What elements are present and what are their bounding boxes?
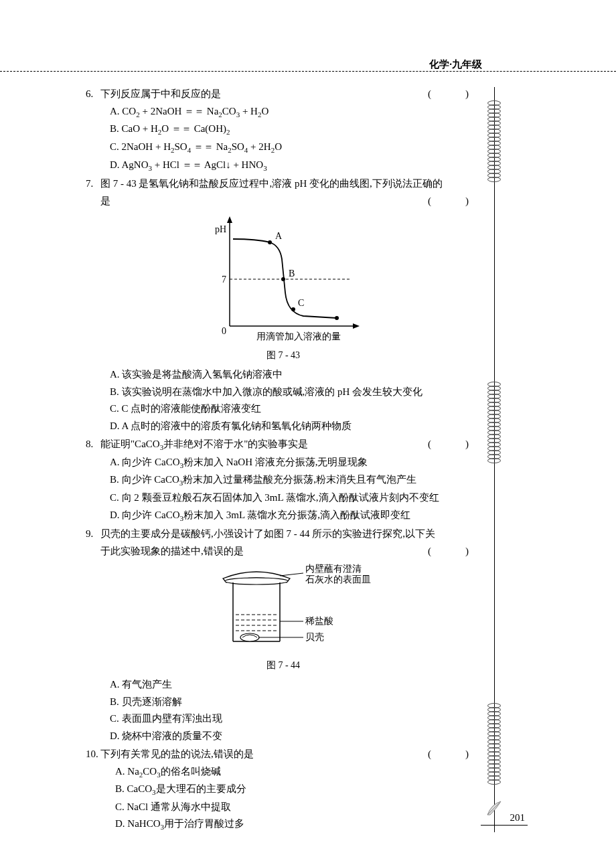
q7-option-c: C. C 点时的溶液能使酚酞溶液变红 (110, 400, 481, 418)
figure-7-44: 内壁蘸有澄清 石灰水的表面皿 稀盐酸 贝壳 (86, 562, 481, 656)
y-axis-label: pH (215, 224, 226, 234)
feather-icon (485, 799, 505, 817)
svg-marker-1 (227, 216, 232, 223)
q6-options: A. CO2 + 2NaOH ＝＝ Na2CO3 + H2O B. CaO + … (86, 103, 481, 175)
q9-number: 9. (86, 526, 93, 543)
subject-grade: 化学·九年级 (429, 59, 482, 70)
shell-label: 贝壳 (305, 632, 324, 642)
q6-option-a: A. CO2 + 2NaOH ＝＝ Na2CO3 + H2O (110, 103, 481, 121)
origin-label: 0 (222, 326, 226, 336)
x-axis-label: 用滴管加入溶液的量 (256, 331, 341, 341)
dish-label-2: 石灰水的表面皿 (305, 574, 371, 584)
svg-point-6 (281, 277, 285, 281)
q10-answer-blank[interactable]: ( ) (428, 746, 481, 763)
q9-answer-blank[interactable]: ( ) (428, 543, 481, 560)
coil-group-1 (485, 100, 505, 181)
q7-answer-blank[interactable]: ( ) (428, 193, 481, 210)
q6-answer-blank[interactable]: ( ) (428, 86, 481, 103)
figure-7-43-caption: 图 7 - 43 (86, 347, 481, 364)
q6-option-b: B. CaO + H2O ＝＝ Ca(OH)2 (110, 121, 481, 139)
q9-stem-line1: 9. 贝壳的主要成分是碳酸钙,小强设计了如图 7 - 44 所示的实验进行探究,… (86, 526, 481, 543)
svg-line-18 (280, 573, 303, 576)
page-number-badge: 201 (481, 799, 528, 826)
coil-group-3 (485, 703, 505, 783)
question-7: 7. 图 7 - 43 是氢氧化钠和盐酸反应过程中,溶液 pH 变化的曲线图,下… (86, 175, 481, 435)
acid-label: 稀盐酸 (305, 616, 333, 626)
q6-stem: 6. 下列反应属于中和反应的是 ( ) (86, 86, 481, 103)
ph-curve-chart: pH 7 0 A B C 用滴管加入溶液的量 (196, 212, 370, 346)
q8-option-a: A. 向少许 CaCO3粉末加入 NaOH 溶液充分振荡,无明显现象 (110, 454, 481, 472)
point-a-label: A (275, 231, 283, 241)
question-9: 9. 贝壳的主要成分是碳酸钙,小强设计了如图 7 - 44 所示的实验进行探究,… (86, 526, 481, 745)
beaker-diagram: 内壁蘸有澄清 石灰水的表面皿 稀盐酸 贝壳 (186, 562, 380, 656)
figure-7-44-caption: 图 7 - 44 (86, 657, 481, 674)
q9-options: A. 有气泡产生 B. 贝壳逐渐溶解 C. 表面皿内壁有浑浊出现 D. 烧杯中溶… (86, 676, 481, 745)
q9-option-c: C. 表面皿内壁有浑浊出现 (110, 710, 481, 728)
q10-option-b: B. CaCO3是大理石的主要成分 (115, 781, 481, 799)
q7-text1: 图 7 - 43 是氢氧化钠和盐酸反应过程中,溶液 pH 变化的曲线图,下列说法… (100, 178, 443, 189)
q8-option-d: D. 向少许 CaCO3粉末加入 3mL 蒸馏水充分振荡,滴入酚酞试液即变红 (110, 507, 481, 525)
svg-point-9 (225, 578, 288, 584)
spiral-binding-decoration (485, 87, 505, 832)
q8-number: 8. (86, 436, 93, 453)
y-tick-7: 7 (222, 275, 226, 285)
q9-option-d: D. 烧杯中溶液的质量不变 (110, 728, 481, 745)
q10-text: 下列有关常见的盐的说法,错误的是 (100, 749, 254, 759)
q8-option-b: B. 向少许 CaCO3粉末加入过量稀盐酸充分振荡,粉末消失且有气泡产生 (110, 471, 481, 489)
q9-text1: 贝壳的主要成分是碳酸钙,小强设计了如图 7 - 44 所示的实验进行探究,以下关 (100, 528, 435, 539)
q6-number: 6. (86, 86, 93, 103)
q10-option-d: D. NaHCO3用于治疗胃酸过多 (115, 815, 481, 834)
q8-options: A. 向少许 CaCO3粉末加入 NaOH 溶液充分振荡,无明显现象 B. 向少… (86, 454, 481, 525)
q9-option-a: A. 有气泡产生 (110, 676, 481, 694)
q10-options: A. Na2CO3的俗名叫烧碱 B. CaCO3是大理石的主要成分 C. NaC… (86, 763, 481, 834)
q6-option-d: D. AgNO3 + HCl ＝＝ AgCl↓ + HNO3 (110, 157, 481, 175)
q7-options: A. 该实验是将盐酸滴入氢氧化钠溶液中 B. 该实验说明在蒸馏水中加入微凉的酸或… (86, 366, 481, 435)
question-8: 8. 能证明"CaCO3并非绝对不溶于水"的实验事实是 ( ) A. 向少许 C… (86, 436, 481, 524)
header-divider (0, 71, 616, 72)
q7-stem-line1: 7. 图 7 - 43 是氢氧化钠和盐酸反应过程中,溶液 pH 变化的曲线图,下… (86, 175, 481, 193)
q7-number: 7. (86, 175, 93, 193)
svg-point-5 (268, 240, 272, 244)
q10-option-c: C. NaCl 通常从海水中提取 (115, 799, 481, 816)
q7-option-d: D. A 点时的溶液中的溶质有氯化钠和氢氧化钠两种物质 (110, 418, 481, 435)
svg-point-8 (335, 316, 339, 320)
q6-text: 下列反应属于中和反应的是 (100, 88, 221, 99)
svg-marker-3 (353, 323, 360, 329)
svg-point-7 (291, 307, 295, 311)
q9-option-b: B. 贝壳逐渐溶解 (110, 694, 481, 711)
dish-label-1: 内壁蘸有澄清 (305, 564, 362, 574)
q8-text: 能证明"CaCO3并非绝对不溶于水"的实验事实是 (100, 439, 308, 449)
question-6: 6. 下列反应属于中和反应的是 ( ) A. CO2 + 2NaOH ＝＝ Na… (86, 86, 481, 174)
q8-option-c: C. 向 2 颗蚕豆粒般石灰石固体加入 3mL 蒸馏水,滴入酚酞试液片刻内不变红 (110, 489, 481, 507)
q10-number: 10. (86, 746, 98, 763)
q7-stem-line2: 是 ( ) (86, 193, 481, 210)
point-b-label: B (289, 268, 295, 279)
q7-text2: 是 (100, 196, 110, 206)
q10-stem: 10. 下列有关常见的盐的说法,错误的是 ( ) (86, 746, 481, 763)
q9-text2: 于此实验现象的描述中,错误的是 (100, 546, 244, 556)
q8-answer-blank[interactable]: ( ) (428, 436, 481, 453)
page-number: 201 (510, 809, 526, 827)
q7-option-a: A. 该实验是将盐酸滴入氢氧化钠溶液中 (110, 366, 481, 384)
figure-7-43: pH 7 0 A B C 用滴管加入溶液的量 (86, 212, 481, 346)
page-content: 6. 下列反应属于中和反应的是 ( ) A. CO2 + 2NaOH ＝＝ Na… (86, 86, 481, 835)
question-10: 10. 下列有关常见的盐的说法,错误的是 ( ) A. Na2CO3的俗名叫烧碱… (86, 746, 481, 834)
q6-option-c: C. 2NaOH + H2SO4 ＝＝ Na2SO4 + 2H2O (110, 139, 481, 157)
q7-option-b: B. 该实验说明在蒸馏水中加入微凉的酸或碱,溶液的 pH 会发生较大变化 (110, 384, 481, 401)
coil-group-2 (485, 382, 505, 462)
q10-option-a: A. Na2CO3的俗名叫烧碱 (115, 763, 481, 781)
point-c-label: C (298, 298, 304, 308)
q9-stem-line2: 于此实验现象的描述中,错误的是 ( ) (86, 543, 481, 560)
svg-line-21 (487, 803, 499, 815)
q8-stem: 8. 能证明"CaCO3并非绝对不溶于水"的实验事实是 ( ) (86, 436, 481, 454)
